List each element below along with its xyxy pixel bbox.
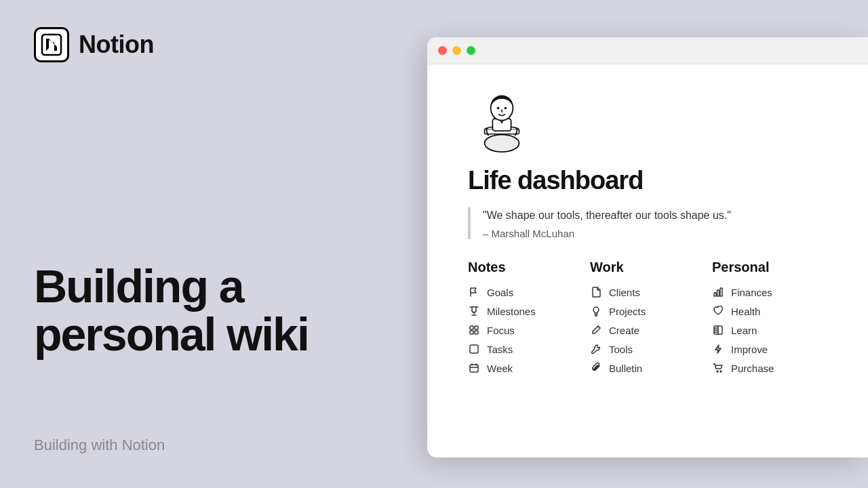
list-item[interactable]: Health: [712, 305, 834, 317]
grid-icon: [468, 324, 480, 336]
browser-content: Life dashboard "We shape our tools, ther…: [427, 64, 868, 394]
list-item[interactable]: Clients: [590, 286, 712, 298]
column-header-work: Work: [590, 260, 712, 275]
list-item[interactable]: Bulletin: [590, 362, 712, 374]
wrench-icon: [590, 343, 602, 355]
svg-point-5: [497, 107, 500, 110]
list-item[interactable]: Finances: [712, 286, 834, 298]
list-item[interactable]: Projects: [590, 305, 712, 317]
column-items-work: ClientsProjectsCreateToolsBulletin: [590, 286, 712, 374]
item-label: Focus: [487, 325, 515, 336]
calendar-icon: [468, 362, 480, 374]
browser-titlebar: [427, 37, 868, 64]
item-label: Week: [487, 363, 513, 374]
column-work: WorkClientsProjectsCreateToolsBulletin: [590, 260, 712, 374]
list-item[interactable]: Tools: [590, 343, 712, 355]
barchart-icon: [712, 286, 724, 298]
left-panel: Notion Building a personal wiki Building…: [0, 0, 420, 488]
columns: NotesGoalsMilestonesFocusTasksWeekWorkCl…: [468, 260, 834, 374]
column-notes: NotesGoalsMilestonesFocusTasksWeek: [468, 260, 590, 374]
item-label: Improve: [731, 344, 768, 355]
item-label: Tasks: [487, 344, 513, 355]
quote-author: – Marshall McLuhan: [483, 228, 834, 239]
column-header-notes: Notes: [468, 260, 590, 275]
list-item[interactable]: Tasks: [468, 343, 590, 355]
item-label: Projects: [609, 306, 646, 317]
heart-icon: [712, 305, 724, 317]
column-header-personal: Personal: [712, 260, 834, 275]
close-button[interactable]: [438, 46, 447, 55]
item-label: Purchase: [731, 363, 774, 374]
page-title: Life dashboard: [468, 166, 834, 195]
item-label: Create: [609, 325, 639, 336]
main-heading: Building a personal wiki: [34, 262, 387, 359]
file-icon: [590, 286, 602, 298]
svg-rect-15: [720, 288, 722, 296]
quote-text: "We shape our tools, thereafter our tool…: [483, 207, 834, 224]
item-label: Clients: [609, 287, 640, 298]
svg-rect-9: [470, 331, 473, 334]
notion-logo-icon: [34, 27, 69, 62]
item-label: Tools: [609, 344, 633, 355]
lightbulb-icon: [590, 305, 602, 317]
list-item[interactable]: Learn: [712, 324, 834, 336]
svg-rect-12: [470, 365, 478, 372]
list-item[interactable]: Goals: [468, 286, 590, 298]
quote-block: "We shape our tools, thereafter our tool…: [468, 207, 834, 239]
svg-point-6: [505, 107, 507, 110]
svg-rect-10: [475, 331, 478, 334]
svg-rect-0: [42, 35, 61, 55]
column-personal: PersonalFinancesHealthLearnImprovePurcha…: [712, 260, 834, 374]
trophy-icon: [468, 305, 480, 317]
svg-point-17: [717, 371, 718, 372]
list-item[interactable]: Improve: [712, 343, 834, 355]
svg-rect-8: [475, 326, 478, 329]
column-items-personal: FinancesHealthLearnImprovePurchase: [712, 286, 834, 374]
list-item[interactable]: Week: [468, 362, 590, 374]
cart-icon: [712, 362, 724, 374]
item-label: Milestones: [487, 306, 536, 317]
flag-icon: [468, 286, 480, 298]
paperclip-icon: [590, 362, 602, 374]
svg-point-18: [720, 371, 722, 372]
pencil-icon: [590, 324, 602, 336]
item-label: Goals: [487, 287, 513, 298]
svg-point-1: [485, 135, 519, 152]
brand-name: Notion: [79, 30, 154, 59]
maximize-button[interactable]: [467, 46, 475, 55]
subtitle: Building with Notion: [34, 436, 387, 454]
item-label: Finances: [731, 287, 772, 298]
browser-window: Life dashboard "We shape our tools, ther…: [427, 37, 868, 458]
minimize-button[interactable]: [452, 46, 461, 55]
logo-area: Notion: [34, 27, 387, 62]
book-icon: [712, 324, 724, 336]
svg-rect-11: [470, 345, 478, 353]
item-label: Learn: [731, 325, 757, 336]
list-item[interactable]: Create: [590, 324, 712, 336]
column-items-notes: GoalsMilestonesFocusTasksWeek: [468, 286, 590, 374]
list-item[interactable]: Milestones: [468, 305, 590, 317]
svg-rect-7: [470, 326, 473, 329]
svg-rect-14: [717, 290, 719, 296]
item-label: Health: [731, 306, 760, 317]
list-item[interactable]: Purchase: [712, 362, 834, 374]
bolt-icon: [712, 343, 724, 355]
list-item[interactable]: Focus: [468, 324, 590, 336]
svg-rect-13: [714, 293, 716, 296]
checkbox-icon: [468, 343, 480, 355]
avatar: [468, 85, 536, 152]
item-label: Bulletin: [609, 363, 642, 374]
